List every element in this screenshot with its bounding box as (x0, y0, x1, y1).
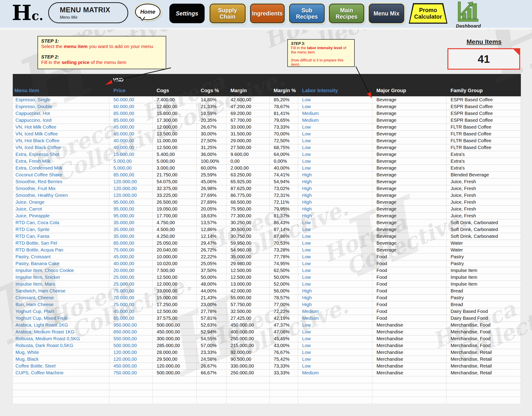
cell-price[interactable]: 950.000,00 (109, 322, 152, 328)
cell-empty[interactable] (446, 383, 521, 390)
cell-margin-pct[interactable]: 79,95% (270, 206, 298, 212)
cell-cogs[interactable]: 450.000,00 (152, 328, 197, 335)
cell-item[interactable]: VN, Iced Milk Coffee (13, 130, 109, 137)
cell-empty[interactable] (109, 376, 152, 383)
cell-family-group[interactable]: Juice, Fresh (446, 192, 521, 199)
cell-price[interactable]: 40.000,00 (109, 260, 152, 267)
cell-major-group[interactable]: Merchandise (372, 349, 446, 356)
cell-margin[interactable]: 35.000,00 (227, 253, 270, 260)
cell-price[interactable]: 75.000,00 (109, 287, 152, 294)
cell-family-group[interactable]: Dairy Based Food (446, 308, 521, 315)
cell-item[interactable]: RTD Can, Sprite (13, 226, 109, 233)
cell-margin[interactable]: 59.950,00 (227, 240, 270, 247)
cell-cogs-pct[interactable]: 29,47% (197, 240, 227, 247)
cell-price[interactable]: 65.000,00 (109, 315, 152, 322)
cell-margin-pct[interactable]: 70,00% (270, 130, 298, 137)
cell-margin-pct[interactable]: 72,22% (270, 308, 298, 315)
cell-margin[interactable]: 86.775,00 (227, 192, 270, 199)
cell-empty[interactable] (13, 390, 109, 397)
cell-major-group[interactable]: Beverage (372, 240, 446, 247)
cell-empty[interactable] (372, 376, 446, 383)
cell-margin-pct[interactable]: 45,45% (270, 335, 298, 342)
cell-labor[interactable]: Low (298, 247, 372, 253)
cell-cogs[interactable]: 28.000,00 (152, 349, 197, 356)
cell-family-group[interactable]: Juice, Fresh (446, 212, 521, 219)
cell-major-group[interactable]: Food (372, 260, 446, 267)
cell-labor[interactable]: Low (298, 130, 372, 137)
cell-major-group[interactable]: Beverage (372, 158, 446, 165)
cell-major-group[interactable]: Merchandise (372, 322, 446, 328)
cell-major-group[interactable]: Beverage (372, 247, 446, 253)
cell-empty[interactable] (372, 397, 446, 404)
cell-major-group[interactable]: Beverage (372, 178, 446, 185)
cell-labor[interactable]: Low (298, 349, 372, 356)
cell-item[interactable]: Robusta, Medium Roast 0,5KG (13, 335, 109, 342)
cell-cogs[interactable]: 4.500,00 (152, 226, 197, 233)
cell-cogs[interactable]: 120.000,00 (152, 363, 197, 369)
cell-empty[interactable] (227, 397, 270, 404)
cell-labor[interactable]: High (298, 294, 372, 301)
cell-labor[interactable]: High (298, 185, 372, 192)
cell-empty[interactable] (152, 383, 197, 390)
cell-margin-pct[interactable]: 79,65% (270, 117, 298, 124)
cell-margin[interactable]: 75.950,00 (227, 206, 270, 212)
cell-margin-pct[interactable]: 70,53% (270, 240, 298, 247)
cell-cogs[interactable]: 21.750,00 (152, 171, 197, 178)
cell-major-group[interactable]: Beverage (372, 233, 446, 240)
cell-labor[interactable]: Low (298, 363, 372, 369)
cell-margin-pct[interactable]: 47,06% (270, 328, 298, 335)
cell-margin[interactable]: 250.000,00 (227, 335, 270, 342)
cell-cogs[interactable]: 17.250,00 (152, 301, 197, 308)
cell-margin-pct[interactable]: 73,02% (270, 185, 298, 192)
cell-item[interactable]: Extra, Espresso Shot (13, 151, 109, 158)
cell-cogs-pct[interactable]: 27,89% (197, 199, 227, 206)
cell-item[interactable]: RTD Can, Coca Cola (13, 219, 109, 226)
cell-empty[interactable] (109, 390, 152, 397)
cell-cogs[interactable]: 20.040,00 (152, 247, 197, 253)
cell-family-group[interactable]: Pastry (446, 294, 521, 301)
cell-margin-pct[interactable]: 68,75% (270, 144, 298, 151)
cell-family-group[interactable]: Juice, Fresh (446, 178, 521, 185)
cell-major-group[interactable]: Beverage (372, 199, 446, 206)
cell-cogs[interactable]: 10.020,00 (152, 260, 197, 267)
cell-major-group[interactable]: Merchandise (372, 328, 446, 335)
cell-item[interactable]: RTD Bottle, Acqua Pan (13, 247, 109, 253)
cell-empty[interactable] (372, 390, 446, 397)
cell-empty[interactable] (270, 397, 298, 404)
ingredients-button[interactable]: Ingredients (250, 4, 285, 23)
cell-margin-pct[interactable]: 0,00% (270, 158, 298, 165)
cell-major-group[interactable]: Beverage (372, 212, 446, 219)
cell-margin[interactable]: 90.500,00 (227, 356, 270, 363)
cell-cogs-pct[interactable]: 23,33% (197, 349, 227, 356)
cell-margin[interactable]: 215.000,00 (227, 342, 270, 349)
cell-margin[interactable]: 30.250,00 (227, 219, 270, 226)
cell-item[interactable]: VN, Iced Black Coffee (13, 144, 109, 151)
cell-family-group[interactable]: Soft Drink, Carbonated (446, 226, 521, 233)
cell-family-group[interactable]: Extra's (446, 151, 521, 158)
cell-item[interactable]: Smoothie, Red Berries (13, 178, 109, 185)
cell-price[interactable]: 50.000,00 (109, 96, 152, 103)
cell-price[interactable]: 120.000,00 (109, 185, 152, 192)
cell-major-group[interactable]: Beverage (372, 185, 446, 192)
cell-margin[interactable]: 92.000,00 (227, 349, 270, 356)
cell-margin[interactable]: 13.000,00 (227, 281, 270, 287)
cell-margin[interactable]: 9.600,00 (227, 151, 270, 158)
cell-item[interactable]: Croissant, Cheese (13, 294, 109, 301)
cell-labor[interactable]: Low (298, 240, 372, 247)
cell-family-group[interactable]: Merchandise, Retail (446, 369, 521, 376)
cell-labor[interactable]: Medium (298, 369, 372, 376)
cell-labor[interactable]: Low (298, 342, 372, 349)
cell-margin[interactable]: 55.000,00 (227, 294, 270, 301)
cell-item[interactable]: Arabica, Medium Roast 1KG (13, 328, 109, 335)
cell-cogs-pct[interactable]: 52,63% (197, 322, 227, 328)
cell-major-group[interactable]: Beverage (372, 144, 446, 151)
cell-labor[interactable]: Low (298, 137, 372, 144)
cell-price[interactable]: 120.000,00 (109, 192, 152, 199)
cell-family-group[interactable]: ESPR Based Coffee (446, 117, 521, 124)
cell-family-group[interactable]: Merchandise, Food (446, 342, 521, 349)
cell-cogs[interactable]: 37.575,00 (152, 315, 197, 322)
cell-price[interactable]: 40.000,00 (109, 144, 152, 151)
cell-item[interactable]: Juice, Orange (13, 199, 109, 206)
cell-family-group[interactable]: ESPR Based Coffee (446, 110, 521, 117)
cell-price[interactable]: 75.000,00 (109, 301, 152, 308)
